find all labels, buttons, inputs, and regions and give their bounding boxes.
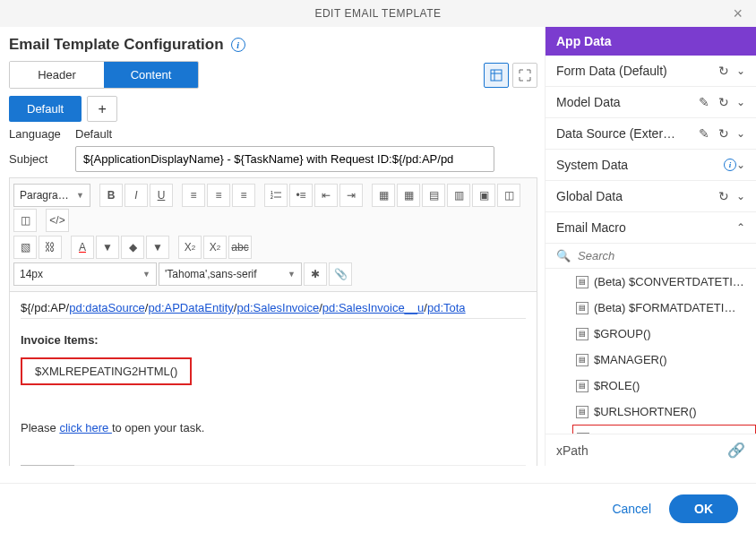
svg-text:2: 2 [271, 194, 273, 200]
superscript-button[interactable]: X2 [203, 236, 227, 259]
subject-label: Subject [9, 152, 68, 166]
panel-form-data[interactable]: Form Data (Default) ↻ ⌄ [546, 56, 756, 87]
list-unordered-button[interactable]: •≡ [289, 184, 313, 207]
align-center-button[interactable]: ≡ [207, 184, 230, 207]
search-input[interactable] [578, 249, 745, 262]
chevron-up-icon[interactable]: ⌃ [736, 221, 745, 234]
close-icon[interactable]: × [727, 0, 749, 27]
bg-color-caret[interactable]: ▼ [146, 236, 169, 259]
editor-h-scrollbar[interactable] [21, 465, 526, 466]
modal-footer: Cancel OK [0, 483, 756, 533]
language-value: Default [75, 127, 112, 141]
macro-icon: ▤ [576, 302, 588, 314]
invoice-heading: Invoice Items: [21, 333, 526, 347]
table-split-button[interactable]: ◫ [13, 209, 37, 232]
attachment-button[interactable]: 📎 [329, 262, 352, 286]
panel-system-data[interactable]: System Data i ⌄ [546, 150, 756, 181]
click-here-link[interactable]: click here [59, 421, 112, 434]
search-icon: 🔍 [556, 249, 571, 262]
macro-icon: ▤ [576, 354, 588, 366]
code-button[interactable]: </> [46, 209, 69, 232]
info-icon[interactable]: i [724, 159, 736, 171]
chevron-down-icon[interactable]: ⌄ [736, 127, 745, 140]
align-right-button[interactable]: ≡ [232, 184, 255, 207]
fullscreen-icon[interactable] [512, 63, 537, 88]
panel-global-data[interactable]: Global Data ↻ ⌄ [546, 181, 756, 212]
editor-content[interactable]: ${/pd:AP/pd:dataSource/pd:APDataEntity/p… [9, 292, 537, 466]
refresh-icon[interactable]: ↻ [718, 95, 729, 109]
chevron-down-icon[interactable]: ⌄ [736, 159, 745, 171]
paragraph-select[interactable]: Paragra…▼ [13, 184, 90, 207]
page-title: Email Template Configuration i [9, 36, 537, 54]
table-merge-button[interactable]: ◫ [497, 184, 520, 207]
strikethrough-button[interactable]: abc [228, 236, 252, 259]
italic-button[interactable]: I [125, 184, 148, 207]
macro-item[interactable]: ▤(Beta) $CONVERTDATETI… [572, 269, 756, 295]
info-icon[interactable]: i [231, 38, 245, 52]
font-color-caret[interactable]: ▼ [96, 236, 119, 259]
macro-item[interactable]: ▤$ROLE() [572, 373, 756, 399]
macro-icon: ▤ [576, 276, 588, 288]
macro-item[interactable]: ▤$URLSHORTNER() [572, 399, 756, 425]
indent-button[interactable]: ⇥ [339, 184, 363, 207]
ok-button[interactable]: OK [669, 494, 738, 523]
open-task-line: Please click here to open your task. [21, 421, 526, 434]
cancel-button[interactable]: Cancel [612, 502, 651, 516]
macro-item[interactable]: ▤$MANAGER() [572, 347, 756, 373]
tab-header[interactable]: Header [10, 62, 104, 88]
align-left-button[interactable]: ≡ [182, 184, 205, 207]
panel-data-source[interactable]: Data Source (Exter… ✎ ↻ ⌄ [546, 118, 756, 150]
refresh-icon[interactable]: ↻ [718, 189, 729, 203]
subscript-button[interactable]: X2 [178, 236, 202, 259]
table-row-button[interactable]: ▤ [422, 184, 445, 207]
font-color-button[interactable]: A [71, 236, 94, 259]
chevron-down-icon[interactable]: ⌄ [736, 190, 745, 202]
link-button[interactable]: ⛓ [39, 236, 62, 259]
fontfamily-select[interactable]: 'Tahoma',sans-serif▼ [159, 262, 302, 286]
xpath-row: xPath 🔗 [546, 434, 756, 466]
bg-color-button[interactable]: ◆ [121, 236, 144, 259]
subject-input[interactable] [75, 146, 494, 172]
table-del-button[interactable]: ▣ [472, 184, 495, 207]
edit-icon[interactable]: ✎ [699, 126, 709, 141]
outdent-button[interactable]: ⇤ [314, 184, 338, 207]
macro-search: 🔍 [546, 244, 756, 269]
editor-path-expr: ${/pd:AP/pd:dataSource/pd:APDataEntity/p… [21, 301, 526, 319]
layout-icon[interactable] [484, 63, 509, 88]
insert-field-button[interactable]: ✱ [304, 262, 327, 286]
table-insert-button[interactable]: ▦ [372, 184, 395, 207]
refresh-icon[interactable]: ↻ [718, 64, 729, 78]
add-button[interactable]: + [87, 96, 117, 122]
edit-icon[interactable]: ✎ [699, 95, 709, 109]
fontsize-select[interactable]: 14px▼ [13, 262, 157, 286]
list-ordered-button[interactable]: 12 [264, 184, 288, 207]
image-button[interactable]: ▧ [13, 236, 37, 259]
template-tabs: Header Content [9, 61, 199, 89]
chevron-down-icon[interactable]: ⌄ [736, 96, 745, 108]
underline-button[interactable]: U [150, 184, 173, 207]
link-icon[interactable]: 🔗 [727, 442, 745, 459]
panel-model-data[interactable]: Model Data ✎ ↻ ⌄ [546, 87, 756, 118]
refresh-icon[interactable]: ↻ [718, 126, 729, 141]
chevron-down-icon[interactable]: ⌄ [736, 64, 745, 77]
table-col-button[interactable]: ▥ [447, 184, 470, 207]
macro-item-xmlrepeating[interactable]: ▤$XMLREPEATING2HTM… [572, 425, 756, 434]
macro-icon: ▤ [576, 328, 588, 340]
xpath-label: xPath [556, 443, 588, 458]
bold-button[interactable]: B [99, 184, 123, 207]
tab-content[interactable]: Content [104, 62, 198, 88]
table-grid-button[interactable]: ▦ [397, 184, 420, 207]
modal-header: EDIT EMAIL TEMPLATE × [0, 0, 756, 27]
default-button[interactable]: Default [9, 96, 82, 122]
language-label: Language [9, 127, 68, 141]
config-title-text: Email Template Configuration [9, 36, 224, 54]
app-data-header: App Data [546, 27, 756, 56]
macro-item[interactable]: ▤(Beta) $FORMATDATETI… [572, 295, 756, 321]
macro-item[interactable]: ▤$GROUP() [572, 321, 756, 347]
macro-icon: ▤ [576, 406, 588, 418]
macro-list: ▤(Beta) $CONVERTDATETI… ▤(Beta) $FORMATD… [546, 269, 756, 434]
rich-text-toolbar: Paragra…▼ B I U ≡ ≡ ≡ 12 •≡ ⇤ ⇥ ▦ ▦ ▤ ▥ … [9, 177, 537, 292]
svg-rect-0 [491, 70, 502, 81]
panel-email-macro[interactable]: Email Macro ⌃ [546, 212, 756, 244]
xml-macro-highlight: $XMLREPEATING2HTML() [21, 357, 192, 385]
